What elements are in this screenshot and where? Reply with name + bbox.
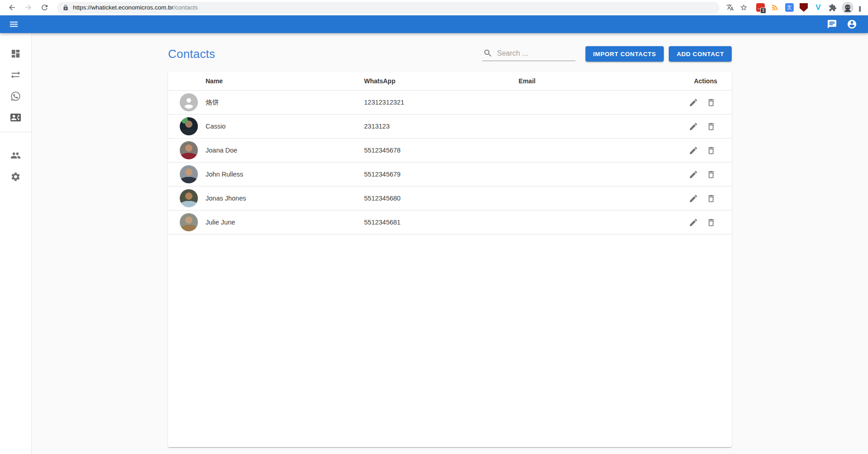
table-row: Joana Doe 5512345678 — [168, 139, 732, 162]
browser-menu-button[interactable]: ••• — [855, 5, 864, 10]
url-host: https://whaticket.economicros.com.br — [73, 4, 173, 11]
account-button[interactable] — [844, 16, 860, 33]
header-actions: Actions — [613, 77, 732, 85]
contact-avatar — [180, 213, 198, 231]
search-input[interactable] — [497, 49, 575, 57]
add-contact-button[interactable]: ADD CONTACT — [669, 46, 732, 62]
url-text: https://whaticket.economicros.com.br/con… — [73, 4, 198, 11]
edit-contact-button[interactable] — [687, 192, 700, 205]
contact-avatar — [180, 117, 198, 135]
sidebar-item-dashboard[interactable] — [0, 43, 31, 64]
delete-trash-icon — [706, 146, 716, 155]
contact-whatsapp: 5512345678 — [364, 147, 441, 154]
edit-contact-button[interactable] — [687, 96, 700, 109]
edit-contact-button[interactable] — [687, 168, 700, 181]
contact-avatar — [180, 93, 198, 111]
table-row: 烙饼 12312312321 — [168, 91, 732, 115]
edit-contact-button[interactable] — [687, 120, 700, 133]
delete-contact-button[interactable] — [705, 96, 717, 109]
delete-trash-icon — [706, 218, 716, 227]
contact-name: John Rulless — [206, 171, 364, 178]
avatar-cell — [168, 189, 206, 207]
delete-contact-button[interactable] — [705, 216, 717, 229]
extensions-menu-button[interactable] — [827, 2, 839, 14]
ublock-shield-icon — [800, 3, 808, 12]
delete-trash-icon — [706, 170, 716, 179]
account-circle-icon — [847, 19, 857, 29]
sidebar-item-settings[interactable] — [0, 166, 31, 187]
delete-contact-button[interactable] — [705, 144, 717, 157]
rss-extension-button[interactable] — [769, 2, 781, 14]
profile-avatar — [843, 3, 853, 13]
edit-contact-button[interactable] — [687, 144, 700, 157]
row-actions — [613, 96, 732, 109]
edit-pencil-icon — [689, 98, 698, 107]
avatar-cell — [168, 117, 206, 135]
import-contacts-button[interactable]: IMPORT CONTACTS — [585, 46, 664, 62]
row-actions — [613, 168, 732, 181]
address-bar[interactable]: https://whaticket.economicros.com.br/con… — [57, 2, 719, 14]
extensions-strip: ... 3 文 V — [753, 2, 840, 14]
contact-whatsapp: 12312312321 — [364, 99, 441, 106]
delete-contact-button[interactable] — [705, 168, 717, 181]
page-header: Contacts IMPORT CONTACTS ADD CONTACT — [168, 43, 732, 64]
contact-whatsapp: 5512345680 — [364, 195, 441, 202]
header-whatsapp: WhatsApp — [364, 77, 441, 85]
page-translate-button[interactable] — [724, 2, 736, 14]
sidebar-item-whatsapp[interactable] — [0, 86, 31, 107]
edit-pencil-icon — [689, 146, 698, 155]
sync-alt-icon — [10, 70, 21, 80]
table-row: Cassio 2313123 — [168, 115, 732, 139]
row-actions — [613, 216, 732, 229]
contact-whatsapp: 5512345679 — [364, 171, 441, 178]
avatar-cell — [168, 213, 206, 231]
dashboard-icon — [10, 48, 21, 59]
refresh-icon — [40, 3, 49, 12]
chat-button[interactable] — [824, 16, 840, 33]
header-email: Email — [441, 77, 613, 85]
page-translate-icon — [726, 4, 734, 11]
url-path: /contacts — [173, 4, 198, 11]
menu-icon — [9, 19, 19, 29]
header-actions: IMPORT CONTACTS ADD CONTACT — [482, 46, 732, 62]
vimeo-extension-button[interactable]: V — [812, 2, 824, 14]
refresh-button[interactable] — [38, 1, 51, 14]
sidebar-item-contacts[interactable] — [0, 107, 31, 128]
puzzle-icon — [829, 4, 837, 12]
avatar-cell — [168, 93, 206, 111]
extension-red-button[interactable]: ... 3 — [754, 2, 766, 14]
chat-icon — [827, 19, 837, 29]
settings-gear-icon — [10, 172, 21, 182]
sidebar-item-users[interactable] — [0, 145, 31, 166]
edit-pencil-icon — [689, 194, 698, 203]
vimeo-icon: V — [815, 3, 820, 12]
contact-card-icon — [10, 112, 21, 123]
back-button[interactable] — [5, 1, 18, 14]
edit-pencil-icon — [689, 122, 698, 131]
table-header-row: Name WhatsApp Email Actions — [168, 72, 732, 91]
contact-avatar — [180, 189, 198, 207]
menu-button[interactable] — [5, 16, 22, 33]
contact-name: Jonas Jhones — [206, 195, 364, 202]
forward-button[interactable] — [22, 1, 34, 14]
back-icon — [8, 3, 16, 12]
ublock-extension-button[interactable] — [798, 2, 810, 14]
sidebar-admin-group — [0, 145, 31, 187]
row-actions — [613, 120, 732, 133]
bookmark-star-button[interactable] — [738, 2, 749, 14]
delete-trash-icon — [706, 194, 716, 203]
contact-whatsapp: 5512345681 — [364, 219, 441, 226]
delete-contact-button[interactable] — [705, 120, 717, 133]
delete-trash-icon — [706, 98, 716, 107]
row-actions — [613, 144, 732, 157]
delete-contact-button[interactable] — [705, 192, 717, 205]
browser-toolbar: https://whaticket.economicros.com.br/con… — [0, 0, 868, 15]
browser-profile-button[interactable] — [842, 2, 854, 14]
sidebar-item-connections[interactable] — [0, 64, 31, 86]
edit-contact-button[interactable] — [687, 216, 700, 229]
avatar-cell — [168, 141, 206, 159]
contacts-table-card: Name WhatsApp Email Actions 烙饼 123123123… — [168, 72, 732, 447]
translate-extension-icon: 文 — [785, 3, 794, 12]
translate-extension-button[interactable]: 文 — [783, 2, 795, 14]
sidebar-divider — [0, 132, 31, 132]
